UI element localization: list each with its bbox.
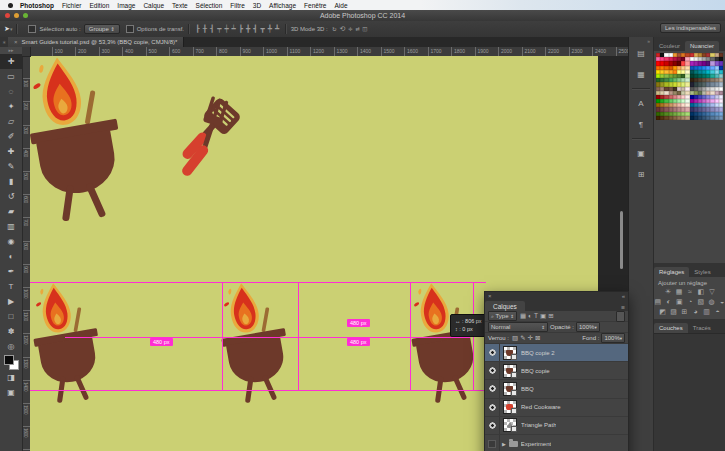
histogram-panel-icon[interactable]: ▦ [629,67,653,82]
menu-texte[interactable]: Texte [172,2,188,9]
menu-slection[interactable]: Sélection [196,2,223,9]
mode-3d-icon-0[interactable]: ↻ [332,25,336,33]
menu-3d[interactable]: 3D [253,2,261,9]
align-distribute-icon-6[interactable]: ┣ [239,25,243,33]
menu-fentre[interactable]: Fenêtre [304,2,326,9]
color-swatch[interactable] [719,116,723,120]
fill-value[interactable]: 100%▾ [601,333,625,343]
menu-photoshop[interactable]: Photoshop [20,2,54,9]
auto-select-checkbox[interactable] [28,25,36,33]
spot-healing-tool[interactable]: ✚ [0,144,22,159]
menu-affichage[interactable]: Affichage [269,2,296,9]
menu-calque[interactable]: Calque [143,2,164,9]
foreground-color-swatch[interactable] [4,355,14,365]
adjustment-icon[interactable]: ◩ [659,308,667,316]
tab-nuancier[interactable]: Nuancier [685,41,719,51]
screen-mode-tool[interactable]: ▣ [0,385,22,400]
layer-thumbnail[interactable] [503,418,517,432]
adjustment-icon[interactable]: ◓ [714,308,722,316]
dodge-tool[interactable]: ◐ [0,249,22,264]
menu-aide[interactable]: Aide [334,2,347,9]
paragraph-panel-icon[interactable]: ¶ [629,117,653,132]
tab-styles[interactable]: Styles [689,267,715,277]
close-document-icon[interactable]: × [14,39,18,45]
lasso-tool[interactable]: ◌ [0,84,22,99]
layers-tab[interactable]: Calques [485,301,525,311]
clone-source-panel-icon[interactable]: ⊞ [629,167,653,182]
adjustment-icon[interactable]: ◐ [665,298,673,306]
adjustment-icon[interactable]: ▥ [703,308,711,316]
layers-panel-collapse-icon[interactable]: « [622,292,625,300]
align-distribute-icon-1[interactable]: ╂ [203,25,207,33]
adjustment-icon[interactable]: ◔ [686,298,694,306]
hand-tool[interactable]: ✽ [0,324,22,339]
layer-filter-kind-icon[interactable]: ▣ [540,312,546,320]
align-distribute-icon-3[interactable]: ┯ [217,25,221,33]
tab-couleur[interactable]: Couleur [654,41,685,51]
align-distribute-icon-8[interactable]: ┫ [253,25,257,33]
layer-thumbnail[interactable] [503,400,517,414]
align-distribute-icon-7[interactable]: ╋ [246,25,250,33]
align-distribute-icon-10[interactable]: ╇ [268,25,272,33]
vertical-scrollbar-thumb[interactable] [620,211,623,269]
menu-fichier[interactable]: Fichier [62,2,82,9]
layer-row[interactable]: ▶Experiment [485,435,628,451]
layer-comps-panel-icon[interactable]: ▣ [629,146,653,161]
document-tab[interactable]: × Smart Guides tutorial.psd @ 53,3% (BBQ… [8,37,184,47]
tools-panel-grip[interactable]: ▸▸ [0,47,22,54]
adjustment-icon[interactable]: ⊞ [681,308,689,316]
align-distribute-icon-9[interactable]: ┳ [260,25,264,33]
maximize-window-button[interactable] [23,13,28,18]
eye-icon[interactable] [489,385,496,392]
adjustment-icon[interactable]: ▨ [670,308,678,316]
adjustment-icon[interactable]: ◍ [708,298,716,306]
tab-couches[interactable]: Couches [654,323,688,333]
adjustment-icon[interactable]: ▦ [675,288,683,296]
adjustment-icon[interactable]: ☀ [664,288,672,296]
tab-tracs[interactable]: Tracés [688,323,716,333]
layer-row[interactable]: BBQ [485,380,628,398]
minimize-window-button[interactable] [14,13,19,18]
character-panel-icon[interactable]: A [629,96,653,111]
workspace-switcher-button[interactable]: Les indispensables [660,23,721,33]
history-brush-tool[interactable]: ↺ [0,189,22,204]
layer-row[interactable]: BBQ copie [485,362,628,380]
transform-controls-checkbox[interactable] [126,25,134,33]
align-distribute-icon-5[interactable]: ┷ [232,25,236,33]
eye-icon[interactable] [489,404,496,411]
mode-3d-icon-1[interactable]: ⟲ [339,25,345,33]
rectangular-marquee-tool[interactable]: ▭ [0,69,22,84]
tab-rglages[interactable]: Réglages [654,267,689,277]
rectangle-shape-tool[interactable]: □ [0,309,22,324]
layer-filter-kind-icon[interactable]: ▦ [520,312,526,320]
path-selection-tool[interactable]: ▶ [0,294,22,309]
layer-filter-toggle[interactable] [616,311,625,322]
clone-stamp-tool[interactable]: ▮ [0,174,22,189]
blur-tool[interactable]: ◉ [0,234,22,249]
layer-thumbnail[interactable] [503,382,517,396]
layer-filter-kind-icon[interactable]: ⊞ [548,312,553,320]
quick-mask-tool[interactable]: ◨ [0,370,22,385]
close-window-button[interactable] [5,13,10,18]
layer-row[interactable]: Triangle Path [485,417,628,435]
adjustment-icon[interactable]: ▽ [708,288,716,296]
layer-row[interactable]: Red Cookware [485,399,628,417]
eye-icon[interactable] [489,367,496,374]
expand-caret-icon[interactable]: ▶ [502,441,506,447]
align-distribute-icon-4[interactable]: ┿ [224,25,228,33]
menu-edition[interactable]: Edition [89,2,109,9]
expand-panels-icon[interactable]: » [629,37,653,46]
adjustment-icon[interactable]: ▤ [654,298,662,306]
adjustment-icon[interactable]: ▣ [675,298,683,306]
align-distribute-icon-0[interactable]: ┠ [196,25,200,33]
layer-filter-kind-icon[interactable]: ◐ [528,312,532,320]
lock-icon[interactable]: ✛ [528,334,533,342]
lock-icon[interactable]: ⊠ [535,334,540,342]
swatch-libraries-panel-icon[interactable]: ▤ [629,46,653,61]
layer-row[interactable]: BBQ copie 2 [485,344,628,362]
quick-selection-tool[interactable]: ✦ [0,99,22,114]
dock-grip[interactable]: ∗ [0,37,8,47]
move-tool[interactable]: ✛ [0,54,22,69]
foreground-background-colors[interactable] [0,354,22,370]
pen-tool[interactable]: ✒ [0,264,22,279]
